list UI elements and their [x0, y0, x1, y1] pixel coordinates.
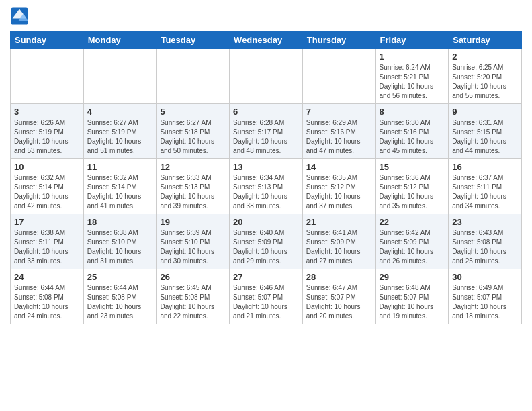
calendar-cell: 4Sunrise: 6:27 AM Sunset: 5:19 PM Daylig… [83, 104, 157, 159]
day-info: Sunrise: 6:25 AM Sunset: 5:20 PM Dayligh… [452, 63, 518, 101]
day-number: 19 [160, 217, 226, 227]
day-number: 18 [87, 217, 153, 227]
day-info: Sunrise: 6:32 AM Sunset: 5:14 PM Dayligh… [87, 173, 153, 211]
day-info: Sunrise: 6:44 AM Sunset: 5:08 PM Dayligh… [87, 283, 153, 321]
calendar-cell: 5Sunrise: 6:27 AM Sunset: 5:18 PM Daylig… [157, 104, 230, 159]
day-info: Sunrise: 6:43 AM Sunset: 5:08 PM Dayligh… [452, 228, 518, 266]
day-info: Sunrise: 6:41 AM Sunset: 5:09 PM Dayligh… [306, 228, 372, 266]
weekday-header-thursday: Thursday [302, 32, 375, 49]
day-info: Sunrise: 6:27 AM Sunset: 5:18 PM Dayligh… [160, 118, 226, 156]
day-number: 7 [306, 107, 372, 117]
day-number: 17 [14, 217, 80, 227]
calendar-cell: 9Sunrise: 6:31 AM Sunset: 5:15 PM Daylig… [449, 104, 522, 159]
day-number: 13 [233, 162, 299, 172]
day-number: 3 [14, 107, 80, 117]
logo [10, 7, 32, 26]
day-number: 30 [452, 272, 518, 282]
day-info: Sunrise: 6:44 AM Sunset: 5:08 PM Dayligh… [14, 283, 80, 321]
day-number: 8 [380, 107, 445, 117]
calendar-cell: 22Sunrise: 6:42 AM Sunset: 5:09 PM Dayli… [375, 214, 449, 269]
day-info: Sunrise: 6:40 AM Sunset: 5:09 PM Dayligh… [233, 228, 299, 266]
day-number: 21 [306, 217, 372, 227]
calendar-cell: 18Sunrise: 6:38 AM Sunset: 5:10 PM Dayli… [83, 214, 157, 269]
day-info: Sunrise: 6:49 AM Sunset: 5:07 PM Dayligh… [452, 283, 518, 321]
day-number: 11 [87, 162, 153, 172]
page-header [10, 7, 522, 26]
day-info: Sunrise: 6:29 AM Sunset: 5:16 PM Dayligh… [306, 118, 372, 156]
day-number: 20 [233, 217, 299, 227]
weekday-header-monday: Monday [83, 32, 157, 49]
day-number: 4 [87, 107, 153, 117]
day-number: 22 [380, 217, 445, 227]
day-number: 1 [380, 52, 445, 62]
week-row-3: 10Sunrise: 6:32 AM Sunset: 5:14 PM Dayli… [11, 159, 522, 214]
day-number: 14 [306, 162, 372, 172]
calendar-cell [83, 49, 157, 104]
calendar-cell: 21Sunrise: 6:41 AM Sunset: 5:09 PM Dayli… [302, 214, 375, 269]
day-info: Sunrise: 6:24 AM Sunset: 5:21 PM Dayligh… [380, 63, 445, 101]
weekday-header-sunday: Sunday [11, 32, 84, 49]
day-number: 9 [452, 107, 518, 117]
page-container: SundayMondayTuesdayWednesdayThursdayFrid… [0, 0, 532, 331]
day-info: Sunrise: 6:38 AM Sunset: 5:10 PM Dayligh… [87, 228, 153, 266]
weekday-header-row: SundayMondayTuesdayWednesdayThursdayFrid… [11, 32, 522, 49]
day-info: Sunrise: 6:26 AM Sunset: 5:19 PM Dayligh… [14, 118, 80, 156]
day-info: Sunrise: 6:45 AM Sunset: 5:08 PM Dayligh… [160, 283, 226, 321]
day-info: Sunrise: 6:36 AM Sunset: 5:12 PM Dayligh… [380, 173, 445, 211]
calendar-cell: 15Sunrise: 6:36 AM Sunset: 5:12 PM Dayli… [375, 159, 449, 214]
day-number: 2 [452, 52, 518, 62]
week-row-2: 3Sunrise: 6:26 AM Sunset: 5:19 PM Daylig… [11, 104, 522, 159]
day-info: Sunrise: 6:35 AM Sunset: 5:12 PM Dayligh… [306, 173, 372, 211]
day-number: 16 [452, 162, 518, 172]
week-row-1: 1Sunrise: 6:24 AM Sunset: 5:21 PM Daylig… [11, 49, 522, 104]
day-info: Sunrise: 6:42 AM Sunset: 5:09 PM Dayligh… [380, 228, 445, 266]
day-number: 25 [87, 272, 153, 282]
calendar-cell: 7Sunrise: 6:29 AM Sunset: 5:16 PM Daylig… [302, 104, 375, 159]
calendar-cell: 11Sunrise: 6:32 AM Sunset: 5:14 PM Dayli… [83, 159, 157, 214]
week-row-4: 17Sunrise: 6:38 AM Sunset: 5:11 PM Dayli… [11, 214, 522, 269]
calendar-cell: 3Sunrise: 6:26 AM Sunset: 5:19 PM Daylig… [11, 104, 84, 159]
weekday-header-wednesday: Wednesday [230, 32, 303, 49]
calendar-cell: 6Sunrise: 6:28 AM Sunset: 5:17 PM Daylig… [230, 104, 303, 159]
day-number: 12 [160, 162, 226, 172]
week-row-5: 24Sunrise: 6:44 AM Sunset: 5:08 PM Dayli… [11, 269, 522, 324]
weekday-header-friday: Friday [375, 32, 449, 49]
calendar-cell: 12Sunrise: 6:33 AM Sunset: 5:13 PM Dayli… [157, 159, 230, 214]
day-info: Sunrise: 6:38 AM Sunset: 5:11 PM Dayligh… [14, 228, 80, 266]
day-info: Sunrise: 6:46 AM Sunset: 5:07 PM Dayligh… [233, 283, 299, 321]
calendar-cell: 13Sunrise: 6:34 AM Sunset: 5:13 PM Dayli… [230, 159, 303, 214]
calendar-cell: 19Sunrise: 6:39 AM Sunset: 5:10 PM Dayli… [157, 214, 230, 269]
day-number: 10 [14, 162, 80, 172]
calendar-cell [11, 49, 84, 104]
day-number: 24 [14, 272, 80, 282]
calendar-cell: 26Sunrise: 6:45 AM Sunset: 5:08 PM Dayli… [157, 269, 230, 324]
calendar-cell: 24Sunrise: 6:44 AM Sunset: 5:08 PM Dayli… [11, 269, 84, 324]
calendar-cell: 27Sunrise: 6:46 AM Sunset: 5:07 PM Dayli… [230, 269, 303, 324]
day-number: 29 [380, 272, 445, 282]
calendar-cell [302, 49, 375, 104]
day-info: Sunrise: 6:27 AM Sunset: 5:19 PM Dayligh… [87, 118, 153, 156]
day-number: 23 [452, 217, 518, 227]
day-number: 26 [160, 272, 226, 282]
weekday-header-saturday: Saturday [449, 32, 522, 49]
day-info: Sunrise: 6:34 AM Sunset: 5:13 PM Dayligh… [233, 173, 299, 211]
day-number: 27 [233, 272, 299, 282]
day-info: Sunrise: 6:31 AM Sunset: 5:15 PM Dayligh… [452, 118, 518, 156]
calendar-cell [230, 49, 303, 104]
day-info: Sunrise: 6:28 AM Sunset: 5:17 PM Dayligh… [233, 118, 299, 156]
calendar-cell: 30Sunrise: 6:49 AM Sunset: 5:07 PM Dayli… [449, 269, 522, 324]
day-number: 15 [380, 162, 445, 172]
calendar-cell [157, 49, 230, 104]
calendar-cell: 29Sunrise: 6:48 AM Sunset: 5:07 PM Dayli… [375, 269, 449, 324]
day-info: Sunrise: 6:47 AM Sunset: 5:07 PM Dayligh… [306, 283, 372, 321]
calendar-cell: 2Sunrise: 6:25 AM Sunset: 5:20 PM Daylig… [449, 49, 522, 104]
calendar-cell: 25Sunrise: 6:44 AM Sunset: 5:08 PM Dayli… [83, 269, 157, 324]
day-info: Sunrise: 6:32 AM Sunset: 5:14 PM Dayligh… [14, 173, 80, 211]
weekday-header-tuesday: Tuesday [157, 32, 230, 49]
calendar-cell: 8Sunrise: 6:30 AM Sunset: 5:16 PM Daylig… [375, 104, 449, 159]
logo-icon [10, 7, 29, 26]
day-info: Sunrise: 6:37 AM Sunset: 5:11 PM Dayligh… [452, 173, 518, 211]
day-number: 5 [160, 107, 226, 117]
calendar-cell: 14Sunrise: 6:35 AM Sunset: 5:12 PM Dayli… [302, 159, 375, 214]
calendar-cell: 17Sunrise: 6:38 AM Sunset: 5:11 PM Dayli… [11, 214, 84, 269]
